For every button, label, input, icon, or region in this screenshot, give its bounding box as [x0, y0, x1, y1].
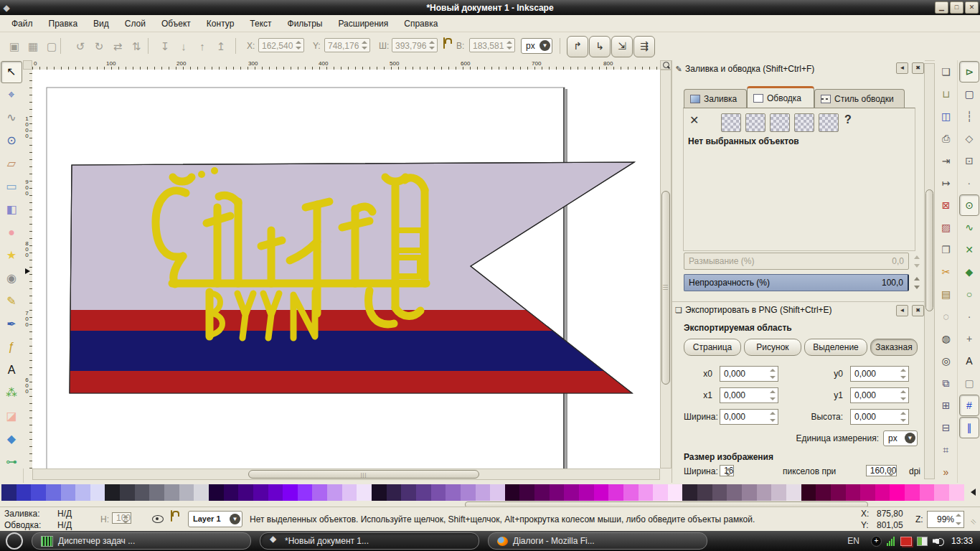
resize-grip[interactable]: ||	[970, 518, 976, 524]
tab-stroke-paint[interactable]: Обводка	[747, 86, 814, 108]
tool-spiral[interactable]: ◉	[1, 268, 22, 290]
cut-button[interactable]: ✂	[936, 261, 956, 283]
palette-swatch[interactable]	[801, 484, 816, 501]
transform-gradient-toggle[interactable]: ⇲	[611, 36, 633, 57]
export-field-input[interactable]: 0,000	[850, 366, 909, 382]
export-area-drawing-button[interactable]: Рисунок	[744, 339, 801, 356]
palette-swatch[interactable]	[550, 484, 565, 501]
menu-item[interactable]: Расширения	[331, 17, 395, 31]
linear-gradient-button[interactable]	[745, 113, 765, 132]
blur-slider[interactable]: Размывание (%)0,0	[684, 253, 909, 270]
menu-item[interactable]: Текст	[242, 17, 278, 31]
snap-smooth-nodes-button[interactable]: ○	[959, 283, 979, 305]
snap-text-baseline-button[interactable]: A	[959, 350, 979, 372]
minimize-button[interactable]: ▁	[935, 1, 948, 14]
chevron-down-icon[interactable]: ▼	[905, 433, 915, 443]
width-field[interactable]: 393,796	[392, 38, 438, 52]
palette-swatch[interactable]	[179, 484, 194, 501]
export-dpi-field[interactable]: 160,00	[866, 465, 897, 476]
palette-swatch[interactable]	[831, 484, 846, 501]
menu-item[interactable]: Фильтры	[281, 17, 330, 31]
palette-swatch[interactable]	[283, 484, 298, 501]
palette-swatch[interactable]	[135, 484, 150, 501]
unlink-clone-button[interactable]: ⊟	[936, 417, 956, 438]
menu-item[interactable]: Вид	[86, 17, 116, 31]
tab-fill[interactable]: Заливка	[684, 89, 747, 108]
palette-swatch[interactable]	[327, 484, 342, 501]
palette-swatch[interactable]	[608, 484, 623, 501]
panel-scrollbar[interactable]	[924, 63, 935, 479]
palette-swatch[interactable]	[1, 484, 17, 501]
rotate-cw[interactable]: ↻	[89, 37, 109, 57]
tab-stroke-style[interactable]: Стиль обводки	[814, 89, 905, 108]
palette-swatch[interactable]	[268, 484, 283, 501]
palette-swatch[interactable]	[623, 484, 639, 501]
save-button[interactable]: ◫	[936, 105, 956, 127]
palette-swatch[interactable]	[253, 484, 268, 501]
canvas-vertical-scrollbar[interactable]: |||	[660, 70, 672, 468]
tool-tweak[interactable]: ∿	[1, 107, 22, 129]
height-field[interactable]: 183,581	[469, 38, 515, 52]
snap-edge-midpoints-button[interactable]: ⊡	[959, 150, 979, 171]
duplicate-button[interactable]: ⧉	[936, 372, 956, 394]
snap-bbox-button[interactable]: ▢	[959, 83, 979, 105]
palette-swatch[interactable]	[387, 484, 402, 501]
unknown-paint-button[interactable]: ?	[844, 113, 852, 126]
transform-pattern-toggle[interactable]: ⇶	[633, 36, 655, 57]
snap-bbox-edges-button[interactable]: ┆	[959, 105, 979, 127]
palette-swatch[interactable]	[816, 484, 831, 501]
palette-swatch[interactable]	[431, 484, 446, 501]
palette-arrow-icon[interactable]	[971, 489, 976, 496]
tool-connector[interactable]: ⊶	[1, 451, 22, 474]
menu-item[interactable]: Файл	[4, 17, 40, 31]
palette-swatch[interactable]	[476, 484, 491, 501]
palette-swatch[interactable]	[461, 484, 476, 501]
no-paint-button[interactable]: ✕	[689, 114, 699, 126]
tool-3dbox[interactable]: ◧	[1, 199, 22, 221]
palette-swatch[interactable]	[209, 484, 224, 501]
palette-swatch[interactable]	[712, 484, 727, 501]
palette-swatch[interactable]	[298, 484, 313, 501]
palette-swatch[interactable]	[149, 484, 164, 501]
transform-stroke-toggle[interactable]: ↱	[567, 36, 588, 57]
paste-button[interactable]: ▤	[936, 283, 956, 305]
pattern-button[interactable]	[794, 113, 814, 132]
palette-swatch[interactable]	[357, 484, 372, 501]
palette-swatch[interactable]	[875, 484, 890, 501]
vertical-scrollbar-thumb[interactable]: |||	[661, 191, 670, 385]
palette-swatch[interactable]	[653, 484, 668, 501]
export-field-input[interactable]: 0,000	[850, 387, 909, 403]
palette-swatch[interactable]	[194, 484, 209, 501]
export-area-custom-button[interactable]: Заказная	[870, 339, 918, 356]
zoom-selection-button[interactable]: ◌	[936, 306, 956, 327]
zoom-drawing-button[interactable]: ◍	[936, 328, 956, 349]
palette-swatch[interactable]	[120, 484, 135, 501]
system-monitor-icon[interactable]	[917, 537, 928, 546]
export-field-input[interactable]: 0,000	[720, 366, 778, 382]
snap-page-border-button[interactable]: ▢	[959, 372, 979, 394]
palette-swatch[interactable]	[890, 484, 905, 501]
snap-guides-button[interactable]: ∥	[959, 417, 979, 438]
tool-star[interactable]: ★	[1, 245, 22, 267]
export-close-button[interactable]: ✖	[912, 305, 924, 316]
palette-swatch[interactable]	[490, 484, 505, 501]
delete-button[interactable]: ⊠	[936, 194, 956, 216]
overflow-button[interactable]: »	[936, 461, 956, 483]
snap-nodes-button[interactable]: ⊙	[959, 194, 979, 216]
export-dialog-header[interactable]: ❏ Экспортировать в PNG (Shift+Ctrl+E)	[672, 303, 925, 317]
layer-lock-icon[interactable]	[171, 511, 172, 521]
dialog-collapse-button[interactable]: ◄	[896, 62, 908, 74]
tool-pen[interactable]: ✒	[1, 314, 22, 336]
raise-to-top[interactable]: ↥	[211, 37, 231, 57]
opacity-spinner[interactable]	[912, 274, 921, 291]
opacity-slider[interactable]: Непрозрачность (%)100,0	[684, 274, 909, 291]
palette-swatch[interactable]	[164, 484, 179, 501]
sticky-zoom-button[interactable]	[660, 60, 672, 70]
export-field-input[interactable]: 0,000	[850, 409, 909, 425]
export-field-input[interactable]: 0,000	[720, 409, 778, 425]
palette-swatch[interactable]	[75, 484, 90, 501]
export-collapse-button[interactable]: ◄	[896, 305, 908, 316]
menu-item[interactable]: Правка	[42, 17, 85, 31]
layer-selector[interactable]: Layer 1▼	[188, 511, 242, 527]
palette-swatch[interactable]	[224, 484, 239, 501]
